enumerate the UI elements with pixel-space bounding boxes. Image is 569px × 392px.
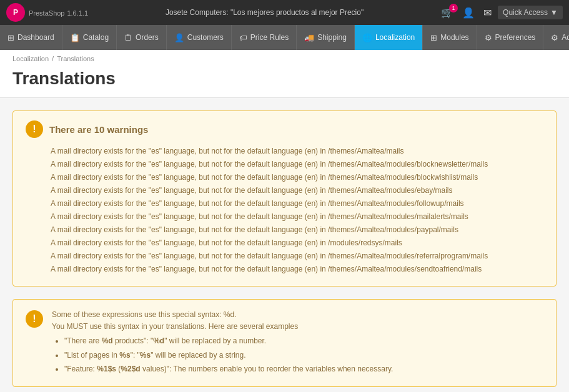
localization-icon: 🌐	[362, 33, 372, 42]
dashboard-icon: ⊞	[7, 33, 14, 42]
warning-message: A mail directory exists for the "es" lan…	[51, 211, 543, 222]
page-title: Translations	[12, 65, 557, 97]
price-rules-icon: 🏷	[239, 33, 247, 42]
breadcrumb: Localization / Translations	[12, 55, 557, 62]
warning-message: A mail directory exists for the "es" lan…	[51, 263, 543, 275]
breadcrumb-parent[interactable]: Localization	[12, 55, 49, 62]
top-bar: P PrestaShop 1.6.1.1 Josete Computers: "…	[0, 0, 569, 25]
quick-access-button[interactable]: Quick Access ▼	[498, 6, 563, 19]
info-text: Some of these expressions use this speci…	[52, 309, 393, 377]
warnings-title: There are 10 warnings	[49, 124, 148, 135]
catalog-icon: 📋	[70, 33, 80, 42]
nav-catalog[interactable]: 📋 Catalog	[62, 25, 117, 50]
advanced-icon: ⚙	[551, 33, 558, 42]
nav-localization[interactable]: 🌐 Localization	[355, 25, 423, 50]
modules-icon: ⊞	[430, 33, 437, 42]
warning-icon: !	[26, 120, 43, 138]
warning-message: A mail directory exists for the "es" lan…	[51, 224, 543, 235]
customers-icon: 👤	[174, 33, 184, 42]
nav-modules[interactable]: ⊞ Modules	[423, 25, 477, 50]
main-content: ! There are 10 warnings A mail directory…	[0, 98, 569, 392]
nav-shipping[interactable]: 🚚 Shipping	[297, 25, 355, 50]
nav-orders[interactable]: 🗒 Orders	[117, 25, 167, 50]
profile-icon[interactable]: 👤	[462, 7, 475, 19]
logo-text: PrestaShop 1.6.1.1	[29, 7, 88, 17]
warning-message: A mail directory exists for the "es" lan…	[51, 172, 543, 183]
info-must-use: You MUST use this syntax in your transla…	[52, 322, 298, 331]
info-icon: !	[26, 310, 43, 328]
info-box: ! Some of these expressions use this spe…	[12, 299, 557, 387]
orders-icon: 🗒	[124, 33, 132, 42]
warning-message: A mail directory exists for the "es" lan…	[51, 145, 543, 157]
breadcrumb-separator: /	[52, 55, 54, 62]
logo-area[interactable]: P PrestaShop 1.6.1.1	[6, 3, 88, 22]
warning-message: A mail directory exists for the "es" lan…	[51, 250, 543, 262]
warning-message: A mail directory exists for the "es" lan…	[51, 237, 543, 248]
nav-advanced[interactable]: ⚙ Advanced Paramete	[543, 25, 569, 50]
info-content: ! Some of these expressions use this spe…	[26, 309, 543, 377]
breadcrumb-area: Localization / Translations Translations	[0, 50, 569, 98]
chevron-down-icon: ▼	[550, 8, 558, 17]
logo-icon: P	[6, 3, 25, 22]
warnings-header: ! There are 10 warnings	[26, 120, 543, 138]
warnings-box: ! There are 10 warnings A mail directory…	[12, 110, 557, 287]
preferences-icon: ⚙	[485, 33, 492, 42]
nav-customers[interactable]: 👤 Customers	[167, 25, 232, 50]
warning-message: A mail directory exists for the "es" lan…	[51, 198, 543, 209]
examples-list: "There are %d products": "%d" will be re…	[52, 335, 393, 375]
warning-message: A mail directory exists for the "es" lan…	[51, 159, 543, 170]
cart-badge: 1	[449, 4, 458, 12]
info-example: "List of pages in %s": "%s" will be repl…	[64, 350, 393, 361]
nav-preferences[interactable]: ⚙ Preferences	[477, 25, 544, 50]
nav-dashboard[interactable]: ⊞ Dashboard	[0, 25, 62, 50]
nav-price-rules[interactable]: 🏷 Price Rules	[232, 25, 297, 50]
info-example: "There are %d products": "%d" will be re…	[64, 335, 393, 347]
info-intro: Some of these expressions use this speci…	[52, 310, 236, 319]
warnings-messages: A mail directory exists for the "es" lan…	[26, 145, 543, 275]
info-example: "Feature: %1$s (%2$d values)": The numbe…	[64, 363, 393, 375]
topbar-icons: 🛒 1 👤 ✉	[441, 7, 492, 19]
email-icon[interactable]: ✉	[483, 7, 492, 19]
store-name: Josete Computers: "Los mejores productos…	[94, 8, 435, 17]
warning-message: A mail directory exists for the "es" lan…	[51, 185, 543, 196]
shipping-icon: 🚚	[304, 33, 314, 42]
breadcrumb-current: Translations	[57, 55, 94, 62]
cart-icon[interactable]: 🛒 1	[441, 7, 453, 19]
navbar: ⊞ Dashboard 📋 Catalog 🗒 Orders 👤 Custome…	[0, 25, 569, 50]
